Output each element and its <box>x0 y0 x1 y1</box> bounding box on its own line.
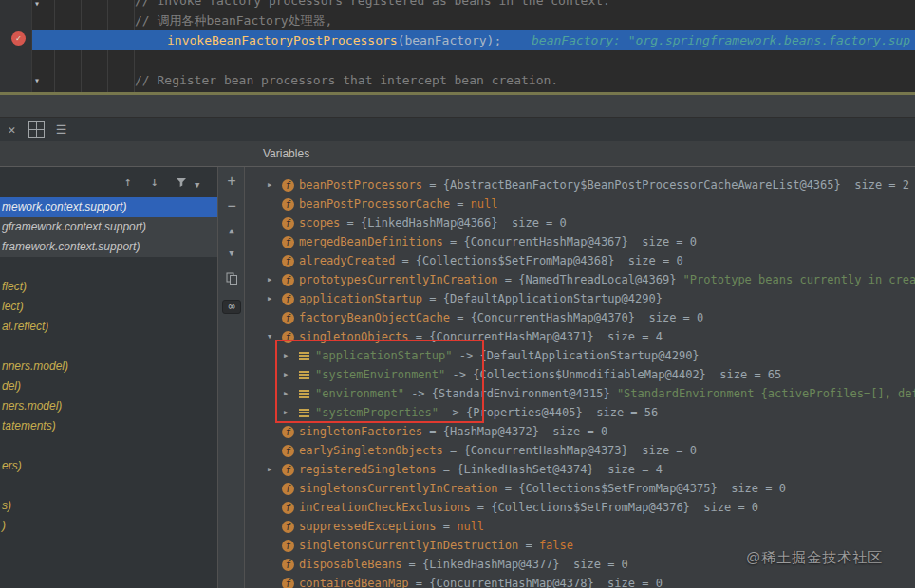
equals-separator: = <box>409 577 430 588</box>
object-value: {Collections$SetFromMap@4375} <box>518 482 718 495</box>
variable-row[interactable]: fsingletonFactories = {HashMap@4372} siz… <box>245 422 915 441</box>
method-call: invokeBeanFactoryPostProcessors <box>167 33 398 47</box>
frame-row[interactable]: ers) <box>0 456 217 476</box>
variable-row[interactable]: fsuppressedExceptions = null <box>245 517 915 536</box>
frames-panel: ↑ ↓ ▼ mework.context.support)gframework.… <box>0 167 218 588</box>
variable-row[interactable]: finCreationCheckExclusions = {Collection… <box>245 498 915 517</box>
variable-name: inCreationCheckExclusions <box>299 501 471 514</box>
debug-content: ↑ ↓ ▼ mework.context.support)gframework.… <box>0 167 915 588</box>
variable-name: scopes <box>299 216 340 230</box>
variable-name: containedBeanMap <box>299 577 409 588</box>
frame-row-empty <box>0 257 217 277</box>
frame-row[interactable]: nners.model) <box>0 357 217 377</box>
variable-row[interactable]: ▶fbeanPostProcessors = {AbstractBeanFact… <box>245 175 915 194</box>
evaluate-infinity-icon[interactable]: ∞ <box>218 296 245 314</box>
fold-arrow-icon[interactable]: ▾ <box>34 0 40 9</box>
watermark: @稀土掘金技术社区 <box>746 549 883 567</box>
chevron-down-icon[interactable]: ▼ <box>195 178 199 193</box>
down-arrow-icon[interactable]: ↓ <box>151 175 159 189</box>
frame-row-empty <box>0 337 217 357</box>
variable-row[interactable]: fearlySingletonObjects = {ConcurrentHash… <box>245 441 915 460</box>
variable-row[interactable]: ▶"systemEnvironment" -> {Collections$Unm… <box>245 365 915 384</box>
frame-row[interactable]: del) <box>0 377 217 396</box>
variable-row[interactable]: fmergedBeanDefinitions = {ConcurrentHash… <box>245 232 915 251</box>
fold-arrow-icon[interactable]: ▾ <box>34 76 40 85</box>
variable-name: singletonFactories <box>299 425 422 438</box>
entry-key: "systemEnvironment" <box>315 368 445 381</box>
close-icon[interactable]: ✕ <box>4 121 20 138</box>
chevron-collapsed-icon[interactable]: ▶ <box>268 181 282 189</box>
grid-layout-icon[interactable] <box>28 121 45 138</box>
field-icon: f <box>282 179 294 192</box>
scroll-down-icon[interactable]: ▼ <box>218 248 245 258</box>
variable-row[interactable]: ▶"environment" -> {StandardEnvironment@4… <box>245 384 915 403</box>
variable-name: suppressedExceptions <box>299 520 437 533</box>
duplicate-icon[interactable] <box>218 271 245 289</box>
chevron-expanded-icon[interactable]: ▼ <box>268 333 282 340</box>
variable-row[interactable]: ▼fsingletonObjects = {ConcurrentHashMap@… <box>245 327 915 346</box>
filter-funnel-icon[interactable] <box>176 176 187 191</box>
chevron-collapsed-icon[interactable]: ▶ <box>268 466 282 473</box>
variable-row[interactable]: ffactoryBeanObjectCache = {ConcurrentHas… <box>245 308 915 327</box>
variable-row[interactable]: ▶"applicationStartup" -> {DefaultApplica… <box>245 346 915 365</box>
frame-row[interactable]: flect) <box>0 277 217 297</box>
map-entry-icon <box>298 407 310 419</box>
variable-row[interactable]: ▶"systemProperties" -> {Properties@4405}… <box>245 403 915 422</box>
variable-row[interactable]: fscopes = {LinkedHashMap@4366} size = 0 <box>245 213 915 232</box>
debugger-inline-hint: beanFactory: "org.springframework.beans.… <box>532 30 910 50</box>
comment-text: // invoke factory processors registered … <box>135 0 610 8</box>
equals-separator: = <box>395 254 416 267</box>
add-watch-icon[interactable]: + <box>218 173 245 190</box>
variables-tree: ▶fbeanPostProcessors = {AbstractBeanFact… <box>245 167 915 588</box>
variable-row[interactable]: ▶fregisteredSingletons = {LinkedHashSet@… <box>245 460 915 479</box>
frame-row[interactable]: s) <box>0 496 217 516</box>
frames-toolbar: ↑ ↓ ▼ <box>0 167 217 197</box>
frame-row[interactable]: tatements) <box>0 416 217 436</box>
chevron-collapsed-icon[interactable]: ▶ <box>284 409 298 416</box>
frame-row[interactable]: gframework.context.support) <box>0 217 217 237</box>
object-value: {LinkedHashMap@4366} <box>361 216 498 230</box>
remove-watch-icon[interactable]: − <box>218 197 245 214</box>
frame-row[interactable]: lect) <box>0 297 217 317</box>
chevron-collapsed-icon[interactable]: ▶ <box>284 390 298 397</box>
code-editor[interactable]: ▾ ✓ ▾ // invoke factory processors regis… <box>0 0 915 92</box>
object-value: {ConcurrentHashMap@4378} <box>429 577 593 588</box>
equals-separator: = <box>401 558 422 571</box>
verified-breakpoint-icon[interactable]: ✓ <box>11 31 26 46</box>
chevron-collapsed-icon[interactable]: ▶ <box>268 295 282 303</box>
up-arrow-icon[interactable]: ↑ <box>124 175 132 189</box>
variable-row[interactable]: ▶fprototypesCurrentlyInCreation = {Named… <box>245 270 915 289</box>
scroll-up-icon[interactable]: ▲ <box>218 226 245 235</box>
variables-tab-label[interactable]: Variables <box>263 141 309 166</box>
debug-toolbar-band <box>0 95 915 118</box>
variable-row[interactable]: fbeanPostProcessorCache = null <box>245 194 915 213</box>
comment-text: // 调用各种beanFactory处理器, <box>135 13 332 28</box>
frame-row[interactable]: mework.context.support) <box>0 197 217 217</box>
variable-name: registeredSingletons <box>299 463 437 476</box>
list-layout-icon[interactable]: ☰ <box>53 121 69 138</box>
object-value: {LinkedHashMap@4377} <box>422 558 560 571</box>
chevron-collapsed-icon[interactable]: ▶ <box>268 276 282 284</box>
field-icon: f <box>282 559 294 571</box>
equals-separator: = <box>471 501 492 514</box>
equals-separator: = <box>340 216 361 230</box>
equals-separator: = <box>422 292 443 305</box>
frame-row[interactable]: al.reflect) <box>0 317 217 337</box>
field-icon: f <box>282 578 294 588</box>
size-value: size = 4 <box>594 330 663 343</box>
variable-row[interactable]: falreadyCreated = {Collections$SetFromMa… <box>245 251 915 270</box>
variable-row[interactable]: fcontainedBeanMap = {ConcurrentHashMap@4… <box>245 574 915 588</box>
variable-row[interactable]: ▶fapplicationStartup = {DefaultApplicati… <box>245 289 915 308</box>
frame-row[interactable]: framework.context.support) <box>0 237 217 257</box>
variable-row[interactable]: fsingletonsCurrentlyInCreation = {Collec… <box>245 479 915 498</box>
variable-name: singletonObjects <box>299 330 409 343</box>
debugger-icons-band: ✕ ☰ <box>0 118 915 141</box>
field-icon: f <box>282 502 294 514</box>
frame-row[interactable]: ) <box>0 516 217 536</box>
chevron-collapsed-icon[interactable]: ▶ <box>284 371 298 378</box>
chevron-collapsed-icon[interactable]: ▶ <box>284 352 298 359</box>
frame-row-empty <box>0 436 217 456</box>
object-value: {LinkedHashSet@4374} <box>457 463 594 476</box>
variable-name: prototypesCurrentlyInCreation <box>299 273 498 286</box>
frame-row[interactable]: ners.model) <box>0 396 217 416</box>
